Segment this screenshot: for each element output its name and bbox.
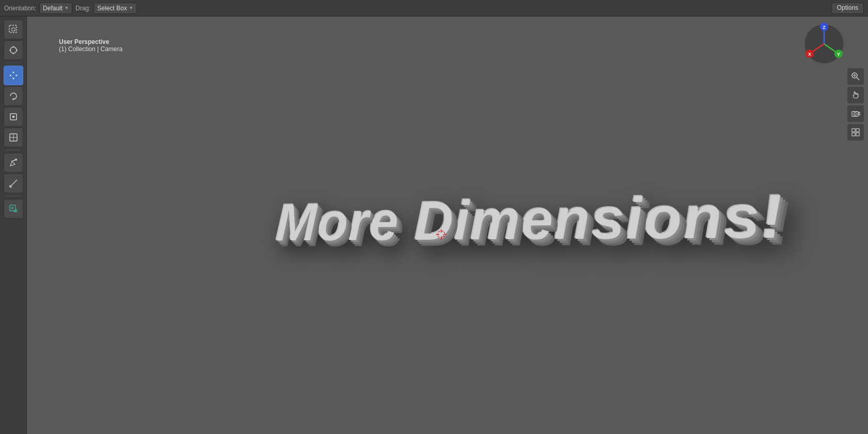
tool-separator-3 [6, 196, 21, 196]
collection-info: (1) Collection | Camera [59, 45, 122, 53]
svg-rect-56 [852, 112, 858, 116]
svg-text:Y: Y [837, 52, 840, 57]
drag-arrow: ▼ [129, 6, 133, 10]
tool-separator-2 [6, 150, 21, 150]
options-button[interactable]: Options [831, 3, 864, 14]
3d-cursor [435, 228, 445, 239]
svg-rect-60 [852, 133, 855, 136]
tool-measure[interactable] [4, 174, 23, 193]
top-toolbar: Orientation: Default ▼ Drag: Select Box … [0, 0, 868, 17]
svg-rect-59 [856, 129, 859, 132]
orientation-arrow: ▼ [65, 6, 69, 10]
svg-rect-58 [852, 129, 855, 132]
pan-tool[interactable] [847, 87, 864, 103]
svg-line-11 [10, 180, 17, 187]
svg-text:X: X [808, 52, 811, 57]
zoom-tool[interactable] [847, 68, 864, 85]
right-viewport-tools [847, 68, 864, 141]
tool-transform[interactable] [4, 128, 23, 147]
drag-dropdown[interactable]: Select Box ▼ [94, 3, 136, 14]
orientation-dropdown[interactable]: Default ▼ [39, 3, 72, 14]
drag-label: Drag: [75, 5, 90, 12]
svg-point-1 [10, 47, 17, 53]
tool-scale[interactable] [4, 107, 23, 127]
text-3d-object: More Dimensions! [254, 191, 763, 248]
orientation-label: Orientation: [4, 5, 36, 12]
svg-text:Z: Z [823, 25, 826, 30]
viewport-3d[interactable]: User Perspective (1) Collection | Camera… [27, 17, 868, 434]
svg-point-57 [854, 113, 857, 115]
svg-rect-0 [9, 25, 17, 33]
tool-rotate[interactable] [4, 86, 23, 106]
tool-select[interactable] [4, 20, 23, 39]
text-3d-content: More Dimensions! [275, 185, 786, 249]
drag-value: Select Box [97, 5, 127, 12]
tool-annotate[interactable] [4, 153, 23, 173]
svg-rect-61 [856, 133, 859, 136]
grid-canvas [27, 17, 182, 94]
tool-move[interactable] [4, 66, 23, 85]
navigation-gizmo[interactable]: Z Y X [801, 21, 842, 62]
camera-view[interactable] [847, 105, 864, 122]
grid-toggle[interactable] [847, 124, 864, 141]
viewport-info: User Perspective (1) Collection | Camera [59, 38, 122, 53]
tool-cursor[interactable] [4, 40, 23, 60]
orientation-value: Default [43, 5, 63, 12]
svg-rect-7 [12, 116, 14, 118]
left-toolbar [0, 17, 27, 434]
tool-add[interactable] [4, 199, 23, 219]
svg-point-10 [15, 159, 17, 161]
svg-line-53 [857, 78, 859, 80]
view-type: User Perspective [59, 38, 122, 45]
tool-separator-1 [6, 63, 21, 63]
